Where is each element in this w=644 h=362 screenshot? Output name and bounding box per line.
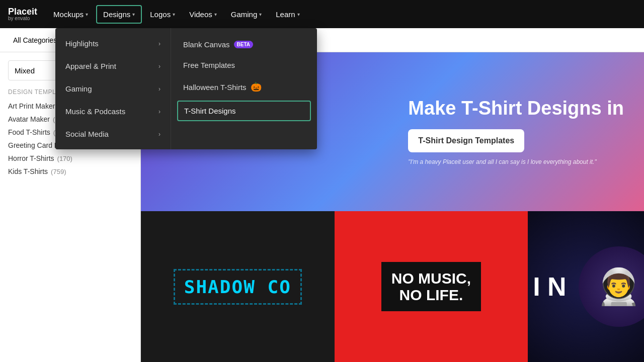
nav-designs[interactable]: Designs ▾ bbox=[96, 5, 142, 24]
cards-row: SHADOW CO NO MUSIC,NO LIFE. I N 👨‍🚀 bbox=[141, 211, 644, 362]
in-text: I N bbox=[533, 272, 566, 302]
nav-logos[interactable]: Logos ▾ bbox=[144, 6, 181, 23]
sidebar-horror-tshirts[interactable]: Horror T-Shirts (170) bbox=[8, 152, 132, 165]
chevron-down-icon: ▾ bbox=[214, 12, 217, 17]
designs-dropdown: Highlights › Apparel & Print › Gaming › … bbox=[55, 28, 317, 149]
logo-brand: Placeit bbox=[8, 7, 37, 16]
nav-gaming[interactable]: Gaming ▾ bbox=[225, 6, 268, 23]
chevron-down-icon: ▾ bbox=[173, 12, 175, 17]
dropdown-halloween[interactable]: Halloween T-Shirts 🎃 bbox=[171, 75, 317, 99]
dropdown-blank-canvas[interactable]: Blank Canvas BETA bbox=[171, 34, 317, 55]
card-shadow-co[interactable]: SHADOW CO bbox=[141, 211, 335, 362]
hero-quote: "I'm a heavy Placeit user and all I can … bbox=[408, 158, 624, 165]
nav-items: Mockups ▾ Designs ▾ Logos ▾ Videos ▾ Gam… bbox=[47, 5, 306, 24]
no-music-text: NO MUSIC,NO LIFE. bbox=[381, 262, 481, 311]
chevron-down-icon: ▾ bbox=[86, 12, 88, 17]
chevron-down-icon: ▾ bbox=[259, 12, 262, 17]
hero-cta-button[interactable]: T-Shirt Design Templates bbox=[408, 129, 524, 152]
dropdown-item-highlights[interactable]: Highlights › bbox=[55, 32, 171, 55]
beta-badge: BETA bbox=[234, 41, 253, 48]
hero-title: Make T-Shirt Designs in bbox=[408, 98, 624, 119]
chevron-down-icon: ▾ bbox=[132, 12, 135, 17]
chevron-right-icon: › bbox=[158, 85, 160, 93]
chevron-right-icon: › bbox=[158, 108, 160, 115]
hero-content: Make T-Shirt Designs in T-Shirt Design T… bbox=[408, 98, 624, 165]
chevron-right-icon: › bbox=[158, 40, 160, 47]
logo[interactable]: Placeit by envato bbox=[8, 7, 37, 21]
logo-sub: by envato bbox=[8, 16, 37, 21]
nav-videos[interactable]: Videos ▾ bbox=[183, 6, 223, 23]
nav-mockups[interactable]: Mockups ▾ bbox=[47, 6, 94, 23]
astronaut-circle: 👨‍🚀 bbox=[579, 246, 644, 327]
nav-learn[interactable]: Learn ▾ bbox=[270, 6, 305, 23]
chevron-right-icon: › bbox=[158, 131, 160, 138]
dropdown-item-social[interactable]: Social Media › bbox=[55, 123, 171, 145]
dropdown-item-gaming[interactable]: Gaming › bbox=[55, 77, 171, 100]
astronaut-icon: 👨‍🚀 bbox=[597, 266, 640, 307]
card-astronaut[interactable]: I N 👨‍🚀 bbox=[528, 211, 644, 362]
sidebar-kids-tshirts[interactable]: Kids T-Shirts (759) bbox=[8, 165, 132, 178]
chevron-down-icon: ▾ bbox=[297, 12, 300, 17]
halloween-icon: 🎃 bbox=[251, 81, 262, 93]
dropdown-item-apparel[interactable]: Apparel & Print › bbox=[55, 55, 171, 77]
dropdown-tshirt-designs[interactable]: T-Shirt Designs bbox=[177, 101, 311, 121]
shadow-co-text: SHADOW CO bbox=[174, 269, 302, 305]
chevron-right-icon: › bbox=[158, 63, 160, 70]
dropdown-left-panel: Highlights › Apparel & Print › Gaming › … bbox=[55, 28, 171, 149]
dropdown-item-music[interactable]: Music & Podcasts › bbox=[55, 100, 171, 123]
dropdown-right-panel: Blank Canvas BETA Free Templates Hallowe… bbox=[171, 28, 317, 149]
card-no-music[interactable]: NO MUSIC,NO LIFE. bbox=[335, 211, 528, 362]
dropdown-free-templates[interactable]: Free Templates bbox=[171, 55, 317, 75]
navbar: Placeit by envato Mockups ▾ Designs ▾ Lo… bbox=[0, 0, 644, 28]
